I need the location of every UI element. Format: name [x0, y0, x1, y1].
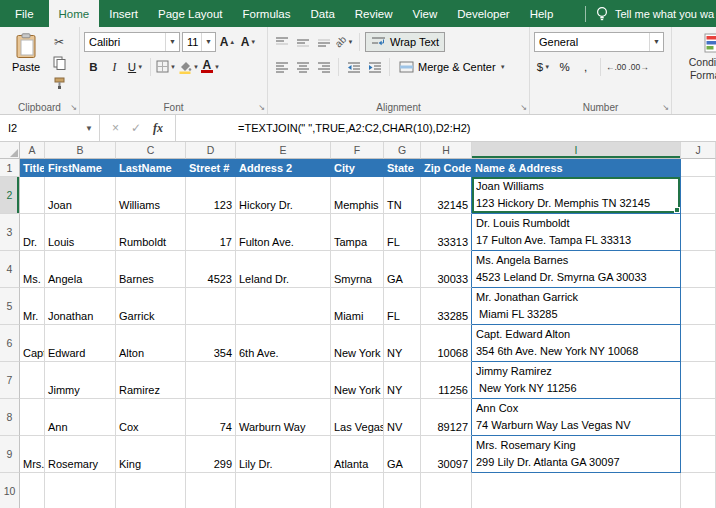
cell-A10[interactable]	[20, 473, 45, 508]
cell-F2[interactable]: Memphis	[331, 177, 384, 214]
cell-H10[interactable]	[421, 473, 472, 508]
tab-review[interactable]: Review	[345, 0, 403, 27]
fill-handle[interactable]	[674, 207, 680, 213]
cell-E8[interactable]: Warburn Way	[236, 399, 331, 436]
column-header-J[interactable]: J	[681, 142, 716, 159]
cell-H7[interactable]: 11256	[421, 362, 472, 399]
row-header-9[interactable]: 9	[0, 436, 20, 473]
tab-home[interactable]: Home	[49, 0, 100, 27]
cell-I4[interactable]: Ms. Angela Barnes4523 Leland Dr. Smyrna …	[472, 251, 681, 288]
cell-B4[interactable]: Angela	[45, 251, 116, 288]
cut-icon[interactable]: ✂	[48, 33, 70, 50]
cell-J3[interactable]	[681, 214, 716, 251]
cell-B3[interactable]: Louis	[45, 214, 116, 251]
orientation-button[interactable]: ab▼	[335, 32, 354, 51]
cell-D7[interactable]	[186, 362, 236, 399]
cell-D3[interactable]: 17	[186, 214, 236, 251]
increase-decimal-button[interactable]: ←.00	[606, 57, 626, 76]
cell-B2[interactable]: Joan	[45, 177, 116, 214]
cell-J1[interactable]	[681, 159, 716, 177]
cell-F1[interactable]: City	[331, 159, 384, 177]
cell-B10[interactable]	[45, 473, 116, 508]
cell-D2[interactable]: 123	[186, 177, 236, 214]
borders-button[interactable]: ▼	[156, 57, 176, 76]
decrease-decimal-button[interactable]: .00→	[628, 57, 648, 76]
cell-A3[interactable]: Dr.	[20, 214, 45, 251]
cell-H4[interactable]: 30033	[421, 251, 472, 288]
cell-A7[interactable]	[20, 362, 45, 399]
cell-F8[interactable]: Las Vegas	[331, 399, 384, 436]
increase-font-size-button[interactable]: A▲	[218, 32, 237, 51]
cell-J5[interactable]	[681, 288, 716, 325]
tab-data[interactable]: Data	[301, 0, 345, 27]
increase-indent-button[interactable]	[365, 57, 384, 76]
align-left-button[interactable]	[272, 57, 291, 76]
formula-input[interactable]: =TEXTJOIN(" ",TRUE,A2:C2,CHAR(10),D2:H2)	[176, 115, 470, 141]
cell-A2[interactable]	[20, 177, 45, 214]
wrap-text-button[interactable]: Wrap Text	[365, 32, 445, 52]
cell-C9[interactable]: King	[116, 436, 186, 473]
cell-J8[interactable]	[681, 399, 716, 436]
cell-E7[interactable]	[236, 362, 331, 399]
cell-G7[interactable]: NY	[384, 362, 421, 399]
row-header-3[interactable]: 3	[0, 214, 20, 251]
row-header-7[interactable]: 7	[0, 362, 20, 399]
cell-C2[interactable]: Williams	[116, 177, 186, 214]
copy-icon[interactable]	[48, 54, 70, 71]
cell-D4[interactable]: 4523	[186, 251, 236, 288]
row-header-10[interactable]: 10	[0, 473, 20, 508]
cell-J2[interactable]	[681, 177, 716, 214]
cell-C10[interactable]	[116, 473, 186, 508]
align-center-button[interactable]	[293, 57, 312, 76]
name-box[interactable]: I2 ▼	[0, 115, 100, 141]
cell-I1[interactable]: Name & Address	[472, 159, 681, 177]
cell-C1[interactable]: LastName	[116, 159, 186, 177]
cell-G2[interactable]: TN	[384, 177, 421, 214]
cell-G6[interactable]: NY	[384, 325, 421, 362]
name-box-dropdown-icon[interactable]: ▼	[85, 124, 99, 133]
cell-E4[interactable]: Leland Dr.	[236, 251, 331, 288]
cell-D5[interactable]	[186, 288, 236, 325]
clipboard-dialog-launcher-icon[interactable]: ↘	[70, 104, 77, 112]
align-bottom-button[interactable]	[314, 32, 333, 51]
cell-I9[interactable]: Mrs. Rosemary King299 Lily Dr. Atlanta G…	[472, 436, 681, 473]
cell-E9[interactable]: Lily Dr.	[236, 436, 331, 473]
cell-F6[interactable]: New York	[331, 325, 384, 362]
cell-C6[interactable]: Alton	[116, 325, 186, 362]
alignment-dialog-launcher-icon[interactable]: ↘	[520, 104, 527, 112]
cell-E10[interactable]	[236, 473, 331, 508]
cell-G10[interactable]	[384, 473, 421, 508]
cell-E6[interactable]: 6th Ave.	[236, 325, 331, 362]
cell-B9[interactable]: Rosemary	[45, 436, 116, 473]
cell-D9[interactable]: 299	[186, 436, 236, 473]
number-format-select[interactable]: General ▼	[534, 32, 664, 52]
decrease-indent-button[interactable]	[344, 57, 363, 76]
tab-view[interactable]: View	[403, 0, 448, 27]
column-header-D[interactable]: D	[186, 142, 236, 159]
cell-F9[interactable]: Atlanta	[331, 436, 384, 473]
tell-me-box[interactable]: Tell me what you wa	[585, 0, 716, 27]
cell-E1[interactable]: Address 2	[236, 159, 331, 177]
row-header-5[interactable]: 5	[0, 288, 20, 325]
cell-B7[interactable]: Jimmy	[45, 362, 116, 399]
tab-page-layout[interactable]: Page Layout	[148, 0, 233, 27]
enter-icon[interactable]: ✓	[131, 121, 141, 135]
cell-G9[interactable]: GA	[384, 436, 421, 473]
cell-A9[interactable]: Mrs.	[20, 436, 45, 473]
decrease-font-size-button[interactable]: A▼	[239, 32, 258, 51]
cell-A1[interactable]: Title	[20, 159, 45, 177]
cell-E2[interactable]: Hickory Dr.	[236, 177, 331, 214]
cell-I3[interactable]: Dr. Louis Rumboldt17 Fulton Ave. Tampa F…	[472, 214, 681, 251]
cell-I8[interactable]: Ann Cox74 Warburn Way Las Vegas NV	[472, 399, 681, 436]
cell-I2[interactable]: Joan Williams123 Hickory Dr. Memphis TN …	[472, 177, 681, 214]
cell-C4[interactable]: Barnes	[116, 251, 186, 288]
cell-F3[interactable]: Tampa	[331, 214, 384, 251]
row-header-6[interactable]: 6	[0, 325, 20, 362]
cell-H8[interactable]: 89127	[421, 399, 472, 436]
comma-style-button[interactable]: ,	[576, 57, 595, 76]
cell-J7[interactable]	[681, 362, 716, 399]
insert-function-icon[interactable]: fx	[153, 121, 163, 136]
cancel-icon[interactable]: ×	[112, 121, 119, 135]
format-painter-icon[interactable]	[48, 75, 70, 92]
cell-H9[interactable]: 30097	[421, 436, 472, 473]
